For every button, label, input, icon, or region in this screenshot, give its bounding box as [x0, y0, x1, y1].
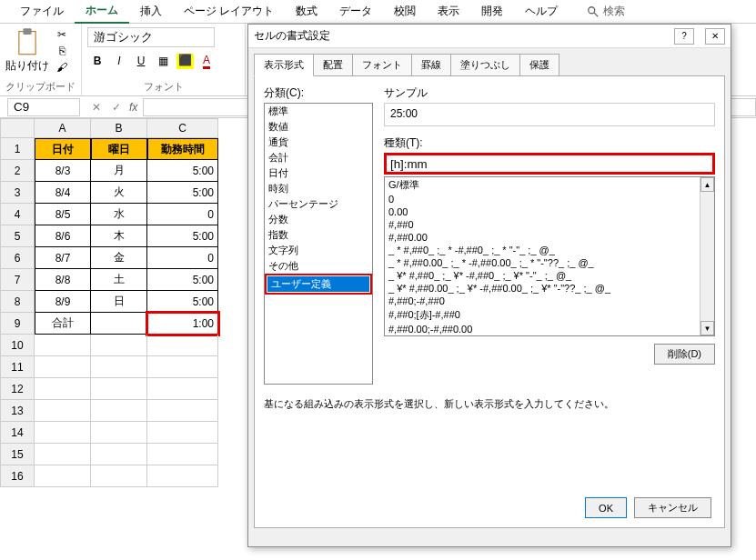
paste-button[interactable]: 貼り付け	[5, 27, 49, 74]
format-item[interactable]: _ ¥* #,##0.00_ ;_ ¥* -#,##0.00_ ;_ ¥* "-…	[385, 282, 714, 295]
row-header-1[interactable]: 1	[0, 138, 35, 160]
row-header-5[interactable]: 5	[0, 225, 35, 247]
category-item-会計[interactable]: 会計	[265, 150, 372, 165]
scroll-down-button[interactable]: ▼	[701, 321, 714, 335]
cell-A2[interactable]: 8/3	[35, 160, 91, 182]
row-header-3[interactable]: 3	[0, 182, 35, 204]
cell-C16[interactable]	[147, 465, 218, 487]
type-input[interactable]	[384, 153, 715, 175]
fx-icon[interactable]: fx	[129, 101, 143, 114]
ribbon-tab-ホーム[interactable]: ホーム	[75, 0, 129, 24]
cell-A15[interactable]	[35, 444, 91, 465]
cell-C3[interactable]: 5:00	[147, 182, 218, 204]
cell-B2[interactable]: 月	[91, 160, 147, 182]
formula-enter-button[interactable]: ✓	[107, 98, 126, 116]
dialog-tab-表示形式[interactable]: 表示形式	[254, 54, 314, 76]
format-item[interactable]: #,##0.00	[385, 231, 714, 244]
row-header-6[interactable]: 6	[0, 247, 35, 269]
cell-A12[interactable]	[35, 378, 91, 400]
row-header-14[interactable]: 14	[0, 422, 35, 444]
row-header-10[interactable]: 10	[0, 335, 35, 356]
dialog-close-button[interactable]: ✕	[705, 28, 725, 45]
format-painter-button[interactable]: 🖌	[53, 60, 71, 75]
cell-B9[interactable]	[91, 313, 147, 335]
ribbon-tab-ファイル[interactable]: ファイル	[9, 0, 75, 23]
format-item[interactable]: #,##0;[赤]-#,##0	[385, 307, 714, 323]
ribbon-tab-数式[interactable]: 数式	[285, 0, 328, 23]
row-header-8[interactable]: 8	[0, 291, 35, 313]
row-header-16[interactable]: 16	[0, 465, 35, 487]
cell-C2[interactable]: 5:00	[147, 160, 218, 182]
row-header-11[interactable]: 11	[0, 356, 35, 378]
category-item-その他[interactable]: その他	[265, 258, 372, 274]
ribbon-tab-ヘルプ[interactable]: ヘルプ	[514, 0, 569, 23]
name-box[interactable]	[7, 98, 80, 116]
font-name-input[interactable]	[87, 27, 215, 47]
search-box[interactable]: 検索	[587, 4, 625, 19]
bold-button[interactable]: B	[87, 51, 107, 71]
category-item-時刻[interactable]: 時刻	[265, 181, 372, 196]
cell-A9[interactable]: 合計	[35, 313, 91, 335]
col-header-A[interactable]: A	[35, 118, 91, 138]
ribbon-tab-データ[interactable]: データ	[328, 0, 383, 23]
category-item-通貨[interactable]: 通貨	[265, 135, 372, 150]
cancel-button[interactable]: キャンセル	[634, 497, 711, 518]
cell-A4[interactable]: 8/5	[35, 204, 91, 225]
category-list[interactable]: 標準数値通貨会計日付時刻パーセンテージ分数指数文字列その他ユーザー定義	[264, 103, 373, 385]
cell-B14[interactable]	[91, 422, 147, 444]
dialog-tab-フォント[interactable]: フォント	[352, 54, 412, 76]
cell-C15[interactable]	[147, 444, 218, 465]
col-header-B[interactable]: B	[91, 118, 147, 138]
scroll-up-button[interactable]: ▲	[701, 177, 714, 192]
select-all-corner[interactable]	[0, 118, 35, 138]
format-item[interactable]: #,##0.00;-#,##0.00	[385, 323, 714, 335]
cell-B5[interactable]: 木	[91, 225, 147, 247]
cell-B11[interactable]	[91, 356, 147, 378]
category-item-標準[interactable]: 標準	[265, 104, 372, 119]
cell-A1[interactable]: 日付	[35, 138, 91, 160]
cell-A11[interactable]	[35, 356, 91, 378]
category-item-数値[interactable]: 数値	[265, 119, 372, 135]
cell-C1[interactable]: 勤務時間	[147, 138, 218, 160]
category-item-パーセンテージ[interactable]: パーセンテージ	[265, 196, 372, 212]
cell-A5[interactable]: 8/6	[35, 225, 91, 247]
underline-button[interactable]: U	[131, 51, 151, 71]
format-item[interactable]: _ ¥* #,##0_ ;_ ¥* -#,##0_ ;_ ¥* "-"_ ;_ …	[385, 269, 714, 282]
dialog-tab-配置[interactable]: 配置	[313, 54, 353, 76]
dialog-tab-罫線[interactable]: 罫線	[411, 54, 451, 76]
cell-B7[interactable]: 土	[91, 269, 147, 291]
cell-A8[interactable]: 8/9	[35, 291, 91, 313]
copy-button[interactable]: ⎘	[53, 44, 71, 58]
ribbon-tab-校閲[interactable]: 校閲	[383, 0, 427, 23]
cell-C4[interactable]: 0	[147, 204, 218, 225]
row-header-13[interactable]: 13	[0, 400, 35, 422]
italic-button[interactable]: I	[109, 51, 129, 71]
cell-A6[interactable]: 8/7	[35, 247, 91, 269]
cell-C11[interactable]	[147, 356, 218, 378]
cell-A16[interactable]	[35, 465, 91, 487]
format-list[interactable]: G/標準00.00#,##0#,##0.00_ * #,##0_ ;_ * -#…	[384, 176, 715, 336]
cell-A13[interactable]	[35, 400, 91, 422]
row-header-9[interactable]: 9	[0, 313, 35, 335]
cell-C8[interactable]: 5:00	[147, 291, 218, 313]
cell-A7[interactable]: 8/8	[35, 269, 91, 291]
cut-button[interactable]: ✂	[53, 27, 71, 42]
ribbon-tab-表示[interactable]: 表示	[427, 0, 470, 23]
cell-B12[interactable]	[91, 378, 147, 400]
row-header-2[interactable]: 2	[0, 160, 35, 182]
col-header-C[interactable]: C	[147, 118, 218, 138]
cell-B1[interactable]: 曜日	[91, 138, 147, 160]
row-header-7[interactable]: 7	[0, 269, 35, 291]
delete-button[interactable]: 削除(D)	[654, 344, 715, 365]
cell-B13[interactable]	[91, 400, 147, 422]
row-header-4[interactable]: 4	[0, 204, 35, 225]
category-item-分数[interactable]: 分数	[265, 212, 372, 227]
cell-C7[interactable]: 5:00	[147, 269, 218, 291]
cell-A3[interactable]: 8/4	[35, 182, 91, 204]
border-button[interactable]: ▦	[153, 51, 173, 71]
category-item-ユーザー定義[interactable]: ユーザー定義	[265, 274, 372, 295]
cell-C9[interactable]: 1:00	[147, 313, 218, 335]
ribbon-tab-挿入[interactable]: 挿入	[129, 0, 173, 23]
dialog-tab-保護[interactable]: 保護	[519, 54, 559, 76]
format-item[interactable]: 0.00	[385, 205, 714, 218]
